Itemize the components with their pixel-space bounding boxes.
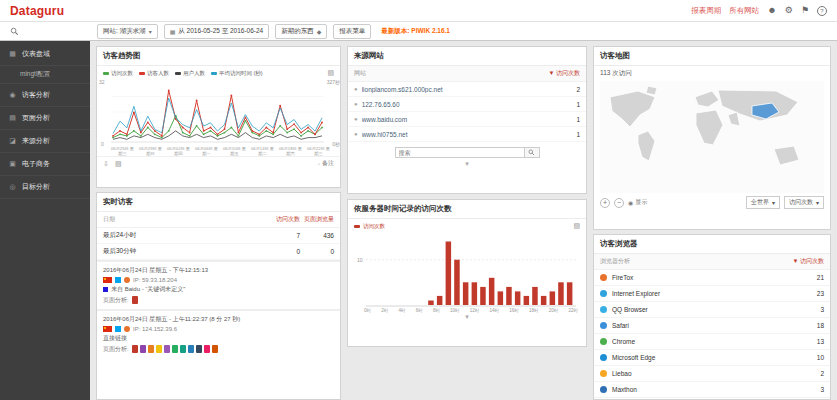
export-image-icon[interactable]: ▧ (573, 222, 580, 230)
gear-icon[interactable]: ⚙ (785, 6, 793, 15)
liebao-icon (600, 370, 607, 377)
visit-time: 2016年06月24日 星期五 - 下午12:15:13 (103, 266, 334, 275)
referrer-search-button[interactable] (525, 147, 540, 158)
top-header: Dataguru 报表周期 所有网站 ☻ ⚙ ⚑ ? (0, 0, 837, 22)
panel-title[interactable]: 访客地图 (600, 51, 630, 61)
help-icon[interactable]: ? (817, 6, 827, 16)
page-preview-icon[interactable] (148, 345, 154, 353)
page-preview-icon[interactable] (180, 345, 186, 353)
expand-icon[interactable]: ▾ (348, 160, 586, 167)
maxthon-icon (600, 386, 607, 393)
browser-row: Chrome13 (594, 334, 830, 350)
browser-row: Maxthon3 (594, 382, 830, 398)
pages-icon: ▤ (8, 114, 17, 122)
referrer-row[interactable]: ● 122.76.65.60 1 (348, 97, 586, 112)
panel-title[interactable]: 实时访客 (103, 197, 133, 207)
page-preview-icon[interactable] (156, 345, 162, 353)
user-icon[interactable]: ☻ (767, 6, 776, 15)
map-visit-count: 113 次访问 (594, 66, 830, 81)
sort-desc-icon: ▼ (548, 70, 554, 76)
site-selector[interactable]: 网站: 湖滨求湖 ▾ (97, 24, 158, 39)
visit-time: 2016年06月24日 星期五 - 上午11:22:37 (8 分 27 秒) (103, 315, 334, 324)
chevron-down-icon: ▾ (149, 28, 152, 35)
panel-title[interactable]: 访客趋势图 (103, 51, 141, 61)
sidebar-item-goals[interactable]: ◎ 目标分析 (0, 176, 90, 199)
panel-title[interactable]: 来源网站 (354, 51, 384, 61)
referrer-row[interactable]: ● www.baidu.com 1 (348, 112, 586, 127)
server-time-chart: 10 (356, 233, 576, 307)
search-icon[interactable] (10, 27, 19, 36)
goals-icon: ◎ (8, 183, 17, 191)
bell-icon[interactable]: ⚑ (801, 6, 809, 15)
referrer-row[interactable]: ● lionplancom.s621.000pc.net 2 (348, 82, 586, 97)
date-range-selector[interactable]: ▦ 从 2016-05-25 至 2016-06-24 (164, 24, 270, 39)
visit-source[interactable]: 来自 Baidu - “关键词未定义” (111, 285, 185, 294)
page-preview-icon[interactable] (204, 345, 210, 353)
sidebar-item-label: 来源分析 (22, 136, 50, 146)
app-logo[interactable]: Dataguru (10, 4, 64, 18)
page-preview-icon[interactable] (140, 345, 146, 353)
visitor-log-entry: 2016年06月24日 星期五 - 下午12:15:13 IP: 59.33.1… (97, 260, 340, 309)
segment-selector[interactable]: 新期的东西 ◆ (275, 24, 327, 39)
sort-by-visits[interactable]: ▼ 访问次数 (548, 69, 580, 78)
sort-by-visits[interactable]: ▼ 访问次数 (792, 257, 824, 266)
page-preview-icon[interactable] (132, 345, 138, 353)
sidebar-item-label: 目标分析 (22, 182, 50, 192)
link-report-period[interactable]: 报表周期 (691, 6, 721, 16)
radio-icon: ◉ (628, 199, 633, 206)
expand-icon[interactable]: ▾ (348, 313, 586, 320)
globe-icon: ● (354, 86, 358, 92)
page-preview-icon[interactable] (164, 345, 170, 353)
referrer-search-input[interactable] (395, 147, 525, 158)
sidebar-item-label: 页面分析 (22, 113, 50, 123)
link-all-websites[interactable]: 所有网站 (729, 6, 759, 16)
page-previews (132, 345, 220, 354)
page-preview-icon[interactable] (172, 345, 178, 353)
page-preview-icon[interactable] (188, 345, 194, 353)
legend-item-users[interactable]: 用户人数 (175, 70, 205, 77)
sidebar-item-visitors[interactable]: ◉ 访客分析 (0, 84, 90, 107)
panel-visitor-browsers: 访客浏览器 浏览器分析 ▼ 访问次数 FireTox21 Internet Ex… (593, 234, 831, 400)
annotations-toggle[interactable]: ◦ 备注 (318, 159, 334, 168)
export-image-icon[interactable]: ▧ (327, 69, 334, 77)
legend-item-visits[interactable]: 访问次数 (103, 70, 133, 77)
world-map[interactable] (600, 81, 824, 193)
legend-item-avg-time[interactable]: 平均访问时间 (秒) (211, 70, 263, 77)
zoom-in-button[interactable]: + (600, 198, 610, 208)
sidebar-item-ecommerce[interactable]: ▣ 电子商务 (0, 153, 90, 176)
export-icon[interactable]: ⇩ (103, 160, 109, 168)
page-preview-icon[interactable] (196, 345, 202, 353)
sidebar: ▦ 仪表盘域 mingtl配置 ◉ 访客分析 ▤ 页面分析 ◪ 来源分析 ▣ 电… (0, 41, 90, 400)
page-preview-icon[interactable] (132, 296, 138, 304)
visit-source[interactable]: 直接链接 (103, 334, 127, 343)
zoom-out-button[interactable]: − (614, 198, 624, 208)
svg-text:10: 10 (357, 257, 363, 263)
panel-realtime-visitors: 实时访客 日期 访问次数 页面浏览量 最后24小时 7 436 最后30分钟 0… (96, 192, 341, 400)
image-icon[interactable]: ▧ (115, 160, 122, 168)
segment-label: 新期的东西 (281, 27, 314, 36)
browsers-subtab[interactable]: 浏览器分析 (600, 257, 630, 266)
metric-label[interactable]: 访问次数 (363, 223, 385, 230)
page-previews (132, 296, 140, 305)
panel-visits-trend: 访客趋势图 访问次数 访客人数 用户人数 平均访问时间 (秒) ▧ 32 0 3… (96, 46, 341, 188)
visitor-ip: IP: 124.152.39.6 (133, 326, 177, 332)
firefox-icon (600, 274, 607, 281)
page-preview-icon[interactable] (212, 345, 218, 353)
map-region-select[interactable]: 全世界 ▾ (746, 196, 780, 209)
panel-title[interactable]: 依服务器时间记录的访问次数 (354, 204, 452, 214)
map-show-toggle[interactable]: ◉ 显示 (628, 198, 647, 207)
legend-item-visitors[interactable]: 访客人数 (139, 70, 169, 77)
sidebar-item-pages[interactable]: ▤ 页面分析 (0, 107, 90, 130)
report-menu-button[interactable]: 报表菜单 (333, 24, 371, 39)
panel-title[interactable]: 访客浏览器 (600, 239, 638, 249)
referrer-row[interactable]: ● www.hi0755.net 1 (348, 127, 586, 142)
sidebar-item-dashboard[interactable]: ▦ 仪表盘域 (0, 43, 90, 66)
version-notice[interactable]: 最新版本: PIWIK 2.16.1 (381, 27, 450, 36)
sidebar-item-label: 仪表盘域 (22, 49, 50, 59)
sidebar-item-dashboard-config[interactable]: mingtl配置 (0, 66, 90, 84)
sidebar-item-referrers[interactable]: ◪ 来源分析 (0, 130, 90, 153)
dashboard-icon: ▦ (8, 50, 17, 58)
referrers-icon: ◪ (8, 137, 17, 145)
map-metric-select[interactable]: 访问次数 ▾ (784, 196, 824, 209)
pages-label: 页面分析: (103, 345, 129, 354)
